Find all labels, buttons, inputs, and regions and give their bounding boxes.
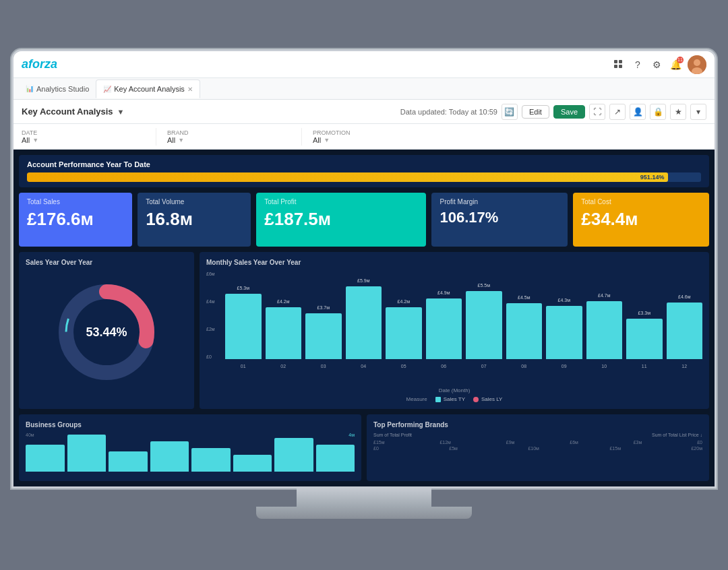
- save-button[interactable]: Save: [553, 105, 585, 119]
- kpi-total-cost-label: Total Cost: [581, 198, 701, 205]
- kpi-row: Total Sales £176.6м Total Volume 16.8м T…: [19, 193, 709, 247]
- svg-point-5: [694, 59, 700, 66]
- bg-bar-6: [274, 438, 313, 472]
- donut-container: 53.44%: [26, 272, 187, 393]
- bar-02: £4.2м: [266, 307, 302, 359]
- svg-rect-1: [619, 60, 622, 63]
- edit-button[interactable]: Edit: [522, 105, 549, 119]
- brands-right-axis: £0£5м£10м£15м£20м: [373, 446, 702, 451]
- tab-chart-icon: 📈: [103, 86, 111, 93]
- svg-rect-0: [614, 60, 617, 63]
- bar-label-bottom-09: 09: [562, 364, 567, 369]
- filter-promotion-label: Promotion: [313, 129, 437, 136]
- bar-label-top-10: £4.7м: [598, 293, 610, 298]
- bar-07: £5.5м: [466, 291, 502, 359]
- lock-button[interactable]: 🔒: [650, 104, 666, 120]
- bar-10: £4.7м: [586, 301, 623, 359]
- bar-label-bottom-05: 05: [401, 364, 406, 369]
- top-brands-axes: Sum of Total Profit Sum of Total List Pr…: [373, 433, 702, 437]
- bar-group-12: £4.6м12: [667, 272, 703, 359]
- bar-chart-area: £6м£4м£2м£0£5.3м01£4.2м02£3.7м03£5.9м04£…: [206, 272, 702, 373]
- bg-bar-4: [191, 448, 231, 472]
- monitor-base: [256, 507, 472, 519]
- business-groups-chart: [26, 437, 355, 474]
- bar-label-bottom-07: 07: [481, 364, 487, 369]
- filter-promotion-value: All ▼: [313, 136, 437, 144]
- kpi-total-volume-label: Total Volume: [146, 198, 243, 205]
- toolbar-left: Key Account Analysis ▼: [22, 106, 124, 117]
- bar-06: £4.9м: [426, 298, 462, 359]
- svg-rect-2: [614, 65, 617, 68]
- tab-analytics-studio[interactable]: 📊 Analytics Studio: [19, 80, 96, 98]
- svg-rect-3: [619, 65, 622, 68]
- progress-bar: 951.14%: [27, 172, 701, 182]
- tab-analytics-label: Analytics Studio: [36, 85, 89, 93]
- tab-bar: 📊 Analytics Studio 📈 Key Account Analysi…: [13, 78, 715, 100]
- progress-title: Account Performance Year To Date: [27, 160, 701, 168]
- toolbar: Key Account Analysis ▼ Data updated: Tod…: [13, 100, 715, 124]
- avatar[interactable]: [688, 55, 706, 74]
- page-title: Key Account Analysis: [22, 106, 113, 117]
- bar-label-top-09: £4.3м: [558, 298, 570, 303]
- filter-brand[interactable]: Brand All ▼: [167, 128, 302, 146]
- bar-group-09: £4.3м09: [546, 272, 582, 359]
- bar-03: £3.7м: [305, 313, 342, 359]
- grid-icon[interactable]: [612, 58, 626, 71]
- title-dropdown[interactable]: ▼: [117, 108, 125, 116]
- filter-brand-label: Brand: [167, 129, 291, 136]
- bar-group-05: £4.2м05: [386, 272, 422, 359]
- bar-group-07: £5.5м07: [466, 272, 502, 359]
- help-icon[interactable]: ?: [631, 58, 644, 71]
- fullscreen-button[interactable]: ⛶: [589, 104, 605, 120]
- kpi-total-sales: Total Sales £176.6м: [19, 193, 132, 247]
- bar-label-bottom-01: 01: [241, 364, 246, 369]
- tab-close-button[interactable]: ✕: [187, 86, 193, 93]
- bar-label-bottom-10: 10: [601, 364, 607, 369]
- user-button[interactable]: 👤: [630, 104, 646, 120]
- legend-sales-ty: Sales TY: [435, 396, 465, 402]
- donut-chart-card: Sales Year Over Year 53.44%: [19, 252, 194, 409]
- chart-legend: Measure Sales TY Sales LY: [206, 396, 702, 402]
- x-axis-title: Date (Month): [206, 387, 702, 393]
- bar-label-bottom-02: 02: [280, 364, 286, 369]
- profit-label: Sum of Total Profit: [373, 433, 412, 437]
- settings-icon[interactable]: ⚙: [650, 58, 663, 71]
- dashboard: Account Performance Year To Date 951.14%…: [13, 150, 715, 486]
- legend-ly-dot: [473, 397, 479, 402]
- kpi-total-volume: Total Volume 16.8м: [138, 193, 251, 247]
- notifications-icon[interactable]: 🔔 11: [669, 58, 682, 71]
- bar-chart-wrapper: Sales TY, Sales LY £6м£4м£2м£0£5.3м01£4.…: [206, 272, 702, 386]
- bar-label-top-04: £5.9м: [357, 278, 369, 283]
- analytics-icon: 📊: [26, 85, 34, 92]
- bg-bar-0: [26, 445, 65, 472]
- filter-date[interactable]: Date All ▼: [22, 128, 156, 146]
- bar-05: £4.2м: [386, 307, 422, 359]
- business-groups-title: Business Groups: [26, 421, 355, 429]
- kpi-profit-margin-label: Profit Margin: [439, 198, 559, 205]
- filter-brand-chevron: ▼: [178, 137, 184, 144]
- bg-bar-3: [150, 441, 189, 472]
- bar-09: £4.3м: [546, 306, 582, 359]
- toolbar-right: Data updated: Today at 10:59 🔄 Edit Save…: [400, 104, 706, 120]
- kpi-total-cost: Total Cost £34.4м: [573, 193, 709, 247]
- share-button[interactable]: ↗: [609, 104, 626, 120]
- refresh-button[interactable]: 🔄: [502, 104, 518, 120]
- bar-label-bottom-06: 06: [441, 364, 446, 369]
- bar-group-08: £4.5м08: [506, 272, 543, 359]
- legend-ly-label: Sales LY: [481, 396, 502, 402]
- bar-group-01: £5.3м01: [225, 272, 262, 359]
- more-button[interactable]: ▾: [690, 104, 706, 120]
- tab-key-account[interactable]: 📈 Key Account Analysis ✕: [96, 80, 200, 98]
- bar-label-bottom-04: 04: [361, 364, 366, 369]
- bar-label-top-06: £4.9м: [437, 290, 450, 295]
- bar-label-top-11: £3.3м: [638, 311, 650, 315]
- bar-group-02: £4.2м02: [266, 272, 302, 359]
- bar-group-10: £4.7м10: [586, 272, 623, 359]
- filter-promotion[interactable]: Promotion All ▼: [313, 128, 448, 146]
- star-button[interactable]: ★: [670, 104, 686, 120]
- filter-date-label: Date: [22, 129, 145, 136]
- bar-chart-title: Monthly Sales Year Over Year: [206, 259, 702, 266]
- kpi-profit-margin: Profit Margin 106.17%: [431, 193, 568, 247]
- bar-label-bottom-03: 03: [321, 364, 326, 369]
- legend-sales-ly: Sales LY: [473, 396, 502, 402]
